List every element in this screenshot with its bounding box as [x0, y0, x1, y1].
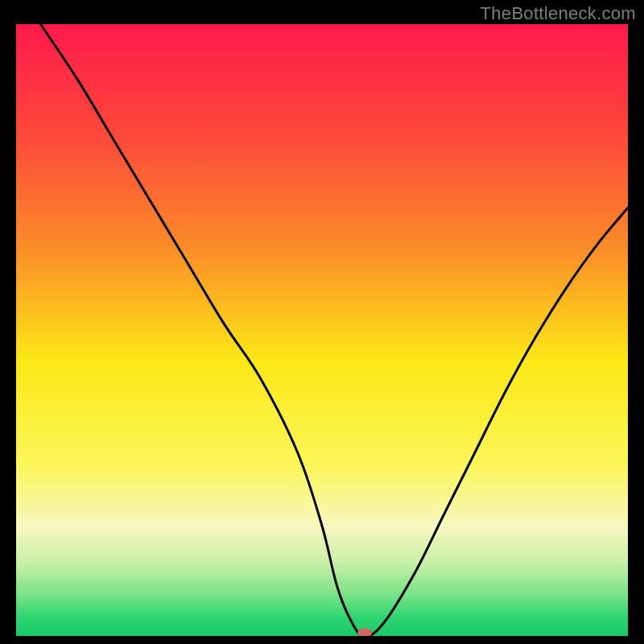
gradient-background: [16, 24, 628, 636]
watermark-text: TheBottleneck.com: [481, 3, 636, 24]
bottleneck-chart: [16, 24, 628, 636]
chart-frame: [16, 24, 628, 636]
